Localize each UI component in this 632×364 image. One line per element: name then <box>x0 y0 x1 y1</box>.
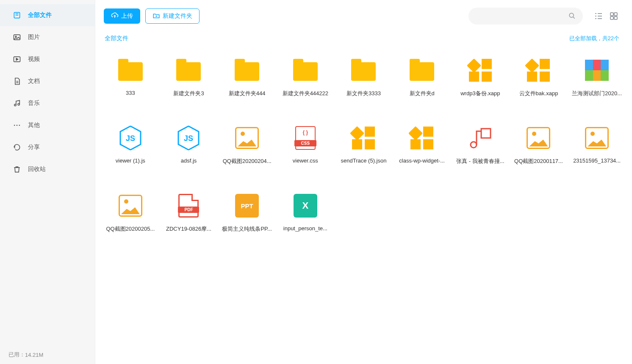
file-icon-wrap: PPT <box>233 192 261 219</box>
file-name: QQ截图20200205... <box>106 225 155 233</box>
folder-icon <box>293 62 318 81</box>
sidebar-item-share[interactable]: 分享 <box>0 136 95 158</box>
file-name: 新建文件夹444 <box>229 90 266 97</box>
js-icon: JS <box>119 126 141 150</box>
file-name: 333 <box>126 90 135 96</box>
list-view-button[interactable] <box>593 11 604 22</box>
file-item[interactable]: QQ截图20200205... <box>101 185 160 252</box>
file-item[interactable]: JSviewer (1).js <box>101 117 160 185</box>
file-icon-wrap <box>350 124 377 152</box>
archive-icon <box>585 60 609 81</box>
file-icon-wrap <box>467 124 494 152</box>
storage-usage: 已用： 14.21M <box>0 345 95 364</box>
file-name: 新建文件夹444222 <box>283 90 328 97</box>
file-item[interactable]: wrdp3备份.xapp <box>451 49 510 117</box>
all-files-icon <box>13 11 21 19</box>
file-item[interactable]: Xinput_person_te... <box>276 185 335 252</box>
file-icon-wrap <box>525 57 552 84</box>
file-item[interactable]: 新建文件夹444 <box>218 49 276 117</box>
sidebar-item-label: 视频 <box>28 55 40 63</box>
js-icon: JS <box>177 126 200 150</box>
file-name: adsf.js <box>181 157 197 164</box>
pdf-icon <box>178 194 199 218</box>
video-icon <box>13 55 21 63</box>
file-icon-wrap <box>408 57 435 84</box>
music-file-icon <box>468 126 492 150</box>
sidebar: 全部文件 图片 视频 文档 音乐 <box>0 0 95 364</box>
sidebar-list: 全部文件 图片 视频 文档 音乐 <box>0 0 95 345</box>
breadcrumb-root[interactable]: 全部文件 <box>105 35 128 42</box>
file-icon-wrap <box>175 57 202 84</box>
sidebar-item-other[interactable]: 其他 <box>0 114 95 136</box>
file-name: sendTrace (5).json <box>341 157 387 164</box>
file-item[interactable]: 23151595_13734... <box>568 117 626 185</box>
sidebar-item-docs[interactable]: 文档 <box>0 70 95 92</box>
file-icon-wrap <box>117 57 144 84</box>
sidebar-item-label: 全部文件 <box>28 11 52 19</box>
file-item[interactable]: 333 <box>101 49 160 117</box>
image-file-icon <box>527 127 550 149</box>
xapp-icon <box>469 59 492 82</box>
file-icon-wrap: JS <box>117 124 144 152</box>
sidebar-item-trash[interactable]: 回收站 <box>0 158 95 180</box>
file-icon-wrap <box>350 57 377 84</box>
file-name: 新建文件夹3 <box>173 90 204 97</box>
svg-rect-11 <box>614 13 617 16</box>
other-icon <box>13 121 21 130</box>
file-icon-wrap <box>408 124 435 152</box>
file-icon-wrap <box>467 57 494 84</box>
search-input[interactable] <box>475 13 568 19</box>
file-item[interactable]: 张真 - 我被青春撞... <box>451 117 510 185</box>
file-name: 新文件夹3333 <box>346 90 381 97</box>
upload-button[interactable]: 上传 <box>104 8 140 24</box>
grid-view-button[interactable] <box>608 11 619 22</box>
file-item[interactable]: 兰海测试部门2020... <box>568 49 626 117</box>
svg-point-8 <box>19 125 20 126</box>
file-name: ZDCY19-0826摩... <box>166 225 211 233</box>
file-name: 23151595_13734... <box>573 157 621 164</box>
sidebar-item-all-files[interactable]: 全部文件 <box>0 4 95 26</box>
sidebar-item-label: 音乐 <box>28 99 40 107</box>
view-toggle <box>593 11 619 22</box>
file-item[interactable]: JSadsf.js <box>160 117 218 185</box>
upload-button-label: 上传 <box>121 12 133 20</box>
share-icon <box>13 143 21 152</box>
search-box[interactable] <box>468 8 583 25</box>
file-item[interactable]: sendTrace (5).json <box>335 117 393 185</box>
file-item[interactable]: PPT极简主义纯线条PP... <box>218 185 276 252</box>
file-item[interactable]: class-wp-widget-... <box>393 117 451 185</box>
file-icon-wrap <box>175 192 202 219</box>
storage-used-label: 已用： <box>8 351 25 358</box>
sidebar-item-images[interactable]: 图片 <box>0 26 95 48</box>
file-icon-wrap <box>292 57 319 84</box>
music-icon <box>13 99 21 108</box>
file-icon-wrap <box>583 124 610 152</box>
svg-text:JS: JS <box>126 134 135 143</box>
file-item[interactable]: ZDCY19-0826摩... <box>160 185 218 252</box>
file-item[interactable]: 新文件夹3333 <box>335 49 393 117</box>
file-item[interactable]: QQ截图20200117... <box>510 117 568 185</box>
file-item[interactable]: viewer.css <box>276 117 335 185</box>
file-icon-wrap <box>233 57 261 84</box>
file-item[interactable]: 云文件bak.xapp <box>510 49 568 117</box>
xapp-icon <box>527 59 550 82</box>
json-icon <box>410 127 433 149</box>
file-name: input_person_te... <box>283 225 327 232</box>
file-name: viewer (1).js <box>116 157 145 164</box>
sidebar-item-music[interactable]: 音乐 <box>0 92 95 114</box>
sidebar-item-video[interactable]: 视频 <box>0 48 95 70</box>
new-folder-button-label: 新建文件夹 <box>163 12 192 20</box>
svg-point-2 <box>15 36 17 37</box>
svg-point-18 <box>471 142 477 148</box>
svg-rect-12 <box>610 17 613 19</box>
new-folder-button[interactable]: 新建文件夹 <box>145 8 200 24</box>
file-icon-wrap: X <box>292 192 319 219</box>
file-name: 新文件夹d <box>410 90 435 97</box>
file-item[interactable]: 新建文件夹3 <box>160 49 218 117</box>
sidebar-item-label: 文档 <box>28 77 40 85</box>
file-item[interactable]: QQ截图20200204... <box>218 117 276 185</box>
image-icon <box>13 33 21 41</box>
trash-icon <box>13 165 21 174</box>
file-item[interactable]: 新建文件夹444222 <box>276 49 335 117</box>
file-item[interactable]: 新文件夹d <box>393 49 451 117</box>
